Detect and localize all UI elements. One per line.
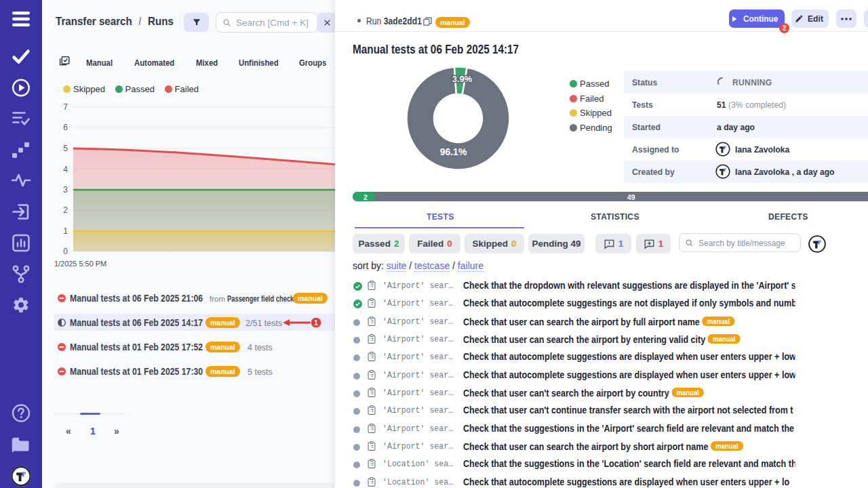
svg-text:1: 1 xyxy=(314,319,318,327)
svg-text:5: 5 xyxy=(63,144,68,153)
svg-text:96.1%: 96.1% xyxy=(440,146,467,157)
svg-text:3: 3 xyxy=(63,185,68,195)
svg-text:0: 0 xyxy=(63,247,68,256)
svg-text:4: 4 xyxy=(63,165,68,174)
svg-text:6: 6 xyxy=(63,123,68,132)
svg-text:1: 1 xyxy=(63,226,68,236)
svg-text:7: 7 xyxy=(63,102,68,112)
svg-text:2: 2 xyxy=(63,205,68,215)
svg-text:3.9%: 3.9% xyxy=(452,74,473,84)
